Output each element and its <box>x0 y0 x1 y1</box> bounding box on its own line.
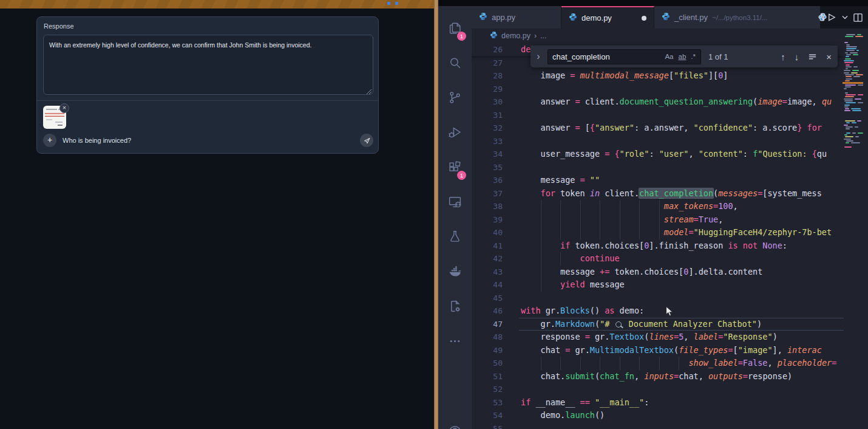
send-button[interactable] <box>360 134 373 147</box>
code-line[interactable]: show_label=False, placeholder= <box>521 357 843 370</box>
code-line[interactable]: for token in client.chat_completion(mess… <box>521 187 843 201</box>
find-query-input[interactable] <box>552 52 662 61</box>
tab-label: _client.py <box>674 13 708 22</box>
browser-top-strip <box>0 0 434 9</box>
previous-match-button[interactable]: ↑ <box>781 52 785 61</box>
badge: 1 <box>457 32 466 41</box>
indent-guide <box>659 357 660 370</box>
chat-message-input[interactable] <box>63 134 348 147</box>
code-line[interactable]: response = gr.Textbox(lines=5, label="Re… <box>521 331 843 344</box>
code-line[interactable]: with gr.Blocks() as demo: <box>521 304 843 318</box>
code-line[interactable]: image = multimodal_message["files"][0] <box>521 69 843 83</box>
indent-guide <box>541 266 541 279</box>
code-line[interactable] <box>521 109 843 122</box>
code-line[interactable]: chat = gr.MultimodalTextbox(file_types=[… <box>521 344 843 357</box>
line-number: 28 <box>472 69 503 83</box>
code-line[interactable]: continue <box>521 252 843 266</box>
close-find-button[interactable]: × <box>826 52 832 61</box>
code-line[interactable]: chat.submit(chat_fn, inputs=chat, output… <box>521 370 843 383</box>
code-line[interactable]: demo.launch() <box>521 409 843 422</box>
code-line[interactable] <box>521 83 843 96</box>
minimap-match-marker <box>843 82 863 84</box>
indent-guide <box>541 278 541 292</box>
line-number: 26 <box>472 43 503 57</box>
breadcrumb-separator-icon: › <box>534 32 537 40</box>
line-number: 45 <box>472 292 503 305</box>
indent-guide <box>639 357 640 370</box>
remove-attachment-button[interactable]: × <box>59 103 69 113</box>
activity-testing-icon[interactable] <box>438 224 472 250</box>
line-number: 33 <box>472 135 503 148</box>
regex-toggle[interactable]: .* <box>688 52 698 61</box>
vscode-window: 11 app.py demo.py _client.py~/.../python… <box>438 0 868 429</box>
code-line[interactable]: yield message <box>521 278 843 292</box>
code-line[interactable]: user_message = {"role": "user", "content… <box>521 148 843 161</box>
code-line[interactable] <box>521 292 843 305</box>
response-textarea[interactable]: With an extremely high level of confiden… <box>43 35 373 95</box>
code-editor[interactable]: 26de2728image = multimodal_message["file… <box>472 43 868 429</box>
line-number: 40 <box>472 226 503 239</box>
badge: 1 <box>457 171 466 180</box>
minimap[interactable] <box>843 34 863 156</box>
split-editor-button[interactable] <box>853 13 863 22</box>
indent-guide <box>620 357 620 370</box>
resize-handle-icon[interactable] <box>366 89 372 95</box>
activity-search-icon[interactable] <box>438 49 472 76</box>
tab-description: ~/.../python3.11/... <box>712 14 768 21</box>
line-number: 43 <box>472 266 503 279</box>
breadcrumb-more[interactable]: ... <box>540 32 546 40</box>
code-line[interactable]: if __name__ == "__main__": <box>521 396 843 410</box>
activity-run-and-debug-icon[interactable] <box>438 119 472 146</box>
activity-more-views-icon[interactable] <box>438 328 472 355</box>
activity-explorer-icon[interactable]: 1 <box>438 15 472 41</box>
line-number: 35 <box>472 161 503 174</box>
indent-guide <box>620 200 620 213</box>
indent-guide <box>560 226 561 239</box>
line-number: 51 <box>472 370 503 383</box>
breadcrumb-file[interactable]: demo.py <box>501 32 531 40</box>
run-python-file-button[interactable] <box>826 12 836 22</box>
find-in-selection-button[interactable] <box>808 52 817 61</box>
tab-demo.py[interactable]: demo.py <box>561 6 654 29</box>
code-line[interactable] <box>521 383 843 396</box>
activity-docker-icon[interactable] <box>438 258 472 285</box>
activity-source-control-icon[interactable] <box>438 84 472 111</box>
match-case-toggle[interactable]: Aa <box>662 52 676 61</box>
tab-_client.py[interactable]: _client.py~/.../python3.11/... <box>654 6 821 29</box>
code-line[interactable] <box>521 422 843 429</box>
add-file-button[interactable]: + <box>43 134 56 147</box>
code-line[interactable] <box>521 135 843 148</box>
code-line[interactable]: max_tokens=100, <box>521 200 843 213</box>
code-line[interactable]: stream=True, <box>521 213 843 227</box>
line-number: 47 <box>472 318 503 331</box>
find-input-box: Aa ab .* <box>548 49 701 64</box>
activity-account-icon[interactable] <box>438 418 472 429</box>
code-line[interactable]: if token.choices[0].finish_reason is not… <box>521 239 843 253</box>
whole-word-toggle[interactable]: ab <box>676 52 689 61</box>
activity-remote-explorer-icon[interactable] <box>438 189 472 216</box>
code-line[interactable]: model="HuggingFaceH4/zephyr-7b-bet <box>521 226 843 239</box>
indent-guide <box>541 239 541 253</box>
tab-app.py[interactable]: app.py <box>472 6 561 29</box>
code-line[interactable] <box>521 161 843 174</box>
code-line[interactable]: message = "" <box>521 174 843 187</box>
code-line[interactable]: answer = client.document_question_answer… <box>521 95 843 109</box>
breadcrumb[interactable]: demo.py › ... <box>472 29 841 43</box>
find-nav: ↑ ↓ × <box>781 52 832 61</box>
line-number: 44 <box>472 278 503 292</box>
find-expand-chevron-icon[interactable]: › <box>534 51 543 62</box>
run-dropdown-chevron-icon[interactable] <box>842 15 848 19</box>
activity-config-tools-icon[interactable] <box>438 293 472 320</box>
indent-guide <box>659 213 660 227</box>
paper-plane-icon <box>363 137 371 145</box>
tab-label: demo.py <box>581 13 612 22</box>
code-line[interactable]: message += token.choices[0].delta.conten… <box>521 266 843 279</box>
line-number: 34 <box>472 148 503 161</box>
indent-guide <box>679 357 679 370</box>
line-number: 29 <box>472 83 503 96</box>
indent-guide <box>580 226 581 239</box>
modified-dot-icon <box>642 16 646 21</box>
code-line[interactable]: answer = [{"answer": a.answer, "confiden… <box>521 122 843 135</box>
activity-extensions-icon[interactable]: 1 <box>438 154 472 180</box>
next-match-button[interactable]: ↓ <box>795 52 799 61</box>
